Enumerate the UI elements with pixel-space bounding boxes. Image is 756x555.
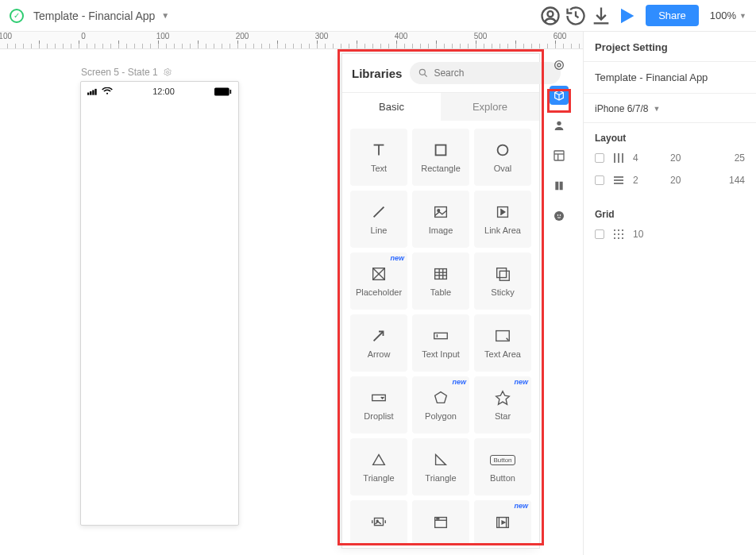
user-icon[interactable]	[550, 116, 569, 135]
libraries-panel: Libraries Basic Explore TextRectangleOva…	[341, 53, 540, 549]
grid-row[interactable]: 10	[584, 223, 756, 245]
cube-icon[interactable]	[550, 86, 569, 105]
layout-col-count: 4	[633, 152, 662, 164]
button-icon: Button	[494, 451, 511, 468]
library-item-image[interactable]: Image	[412, 191, 469, 248]
library-item-star[interactable]: newStar	[474, 376, 531, 434]
library-item-label: Sticky	[491, 287, 514, 297]
right-panel: Project Setting Template - Financial App…	[583, 32, 756, 555]
library-item-sticky[interactable]: Sticky	[474, 252, 531, 310]
library-search-input[interactable]	[434, 67, 553, 79]
library-item-droplist[interactable]: Droplist	[350, 376, 407, 434]
layout-icon[interactable]	[550, 146, 569, 165]
svg-rect-32	[434, 333, 448, 338]
target-icon[interactable]	[550, 56, 569, 75]
library-grid: TextRectangleOvalLineImageLink AreanewPl…	[342, 121, 539, 548]
svg-point-69	[614, 233, 615, 235]
svg-rect-4	[87, 93, 89, 95]
tab-basic[interactable]: Basic	[342, 93, 441, 121]
new-badge: new	[452, 378, 466, 386]
layout-rows-checkbox[interactable]	[595, 175, 604, 185]
svg-point-19	[438, 210, 440, 212]
library-item-linkarea[interactable]: Link Area	[474, 191, 531, 248]
book-icon[interactable]	[550, 176, 569, 195]
placeholder-icon	[370, 265, 388, 283]
phone-canvas[interactable]: 12:00	[80, 81, 239, 526]
library-item-rectangle[interactable]: Rectangle	[412, 129, 469, 186]
history-icon[interactable]	[565, 5, 587, 27]
image-icon	[432, 203, 449, 221]
library-tabs: Basic Explore	[342, 93, 539, 121]
zoom-control[interactable]: 100% ▼	[710, 10, 746, 21]
columns-icon	[612, 152, 625, 164]
library-item-textarea[interactable]: Text Area	[474, 314, 531, 372]
library-item-triangle[interactable]: Triangle	[350, 438, 407, 495]
droplist-icon	[370, 389, 388, 407]
play-icon[interactable]	[615, 5, 638, 27]
library-item-triangle2[interactable]: Triangle	[412, 438, 469, 495]
download-icon[interactable]	[590, 5, 612, 27]
new-badge: new	[514, 378, 528, 386]
gear-icon[interactable]	[163, 67, 172, 77]
project-title-caret-icon[interactable]: ▼	[161, 11, 169, 20]
svg-point-68	[622, 229, 623, 231]
wifi-icon	[102, 87, 113, 95]
svg-rect-29	[497, 268, 507, 278]
library-item-table[interactable]: Table	[412, 252, 469, 310]
svg-point-74	[622, 237, 623, 239]
emoji-icon[interactable]	[550, 206, 569, 225]
library-item-carousel[interactable]	[350, 500, 407, 545]
library-item-line[interactable]: Line	[350, 191, 407, 248]
svg-point-3	[166, 71, 168, 74]
library-item-browser[interactable]	[412, 500, 469, 545]
account-icon[interactable]	[539, 5, 561, 27]
layout-columns-checkbox[interactable]	[595, 153, 604, 163]
ruler-tick: 500	[474, 32, 488, 40]
library-item-label: Polygon	[425, 411, 457, 421]
layout-row-gutter: 20	[670, 175, 700, 186]
library-item-video[interactable]: new	[474, 500, 531, 545]
zoom-caret-icon: ▼	[739, 12, 746, 20]
svg-rect-5	[90, 91, 91, 95]
screen-label[interactable]: Screen 5 - State 1	[81, 67, 172, 78]
share-button[interactable]: Share	[646, 5, 699, 26]
project-title[interactable]: Template - Financial App	[33, 10, 155, 22]
library-item-placeholder[interactable]: newPlaceholder	[350, 252, 407, 310]
device-selector[interactable]: iPhone 6/7/8 ▼	[584, 94, 756, 123]
library-item-polygon[interactable]: newPolygon	[412, 376, 469, 434]
layout-row-rows[interactable]: 2 20 144	[584, 169, 756, 191]
library-item-textinput[interactable]: Text Input	[412, 314, 469, 372]
library-item-oval[interactable]: Oval	[474, 129, 531, 186]
device-name: iPhone 6/7/8	[595, 103, 648, 114]
svg-marker-50	[502, 521, 505, 524]
library-item-label: Droplist	[364, 411, 393, 421]
library-item-label: Triangle	[363, 473, 394, 483]
device-caret-icon: ▼	[653, 105, 660, 113]
svg-point-16	[498, 145, 508, 156]
library-item-text[interactable]: Text	[350, 129, 407, 186]
library-item-label: Arrow	[368, 349, 391, 359]
svg-point-1	[548, 11, 554, 17]
rows-icon	[612, 174, 625, 187]
star-icon	[494, 389, 511, 407]
triangle2-icon	[432, 451, 449, 468]
new-badge: new	[390, 254, 404, 262]
svg-point-70	[618, 233, 619, 235]
layout-row-columns[interactable]: 4 20 25	[584, 147, 756, 169]
library-item-button[interactable]: ButtonButton	[474, 438, 531, 495]
tab-explore[interactable]: Explore	[441, 93, 539, 121]
grid-checkbox[interactable]	[595, 229, 604, 239]
ruler-tick: -100	[0, 32, 12, 40]
svg-rect-15	[436, 145, 446, 156]
grid-icon	[612, 228, 625, 241]
layout-col-gutter: 20	[670, 152, 700, 164]
library-search[interactable]	[410, 62, 561, 84]
svg-rect-54	[554, 151, 564, 160]
svg-point-11	[420, 69, 426, 75]
library-item-arrow[interactable]: Arrow	[350, 314, 407, 372]
text-icon	[370, 141, 388, 159]
arrow-icon	[370, 327, 388, 345]
ruler-tick: 200	[236, 32, 249, 40]
linkarea-icon	[494, 203, 511, 221]
svg-line-17	[374, 207, 384, 218]
